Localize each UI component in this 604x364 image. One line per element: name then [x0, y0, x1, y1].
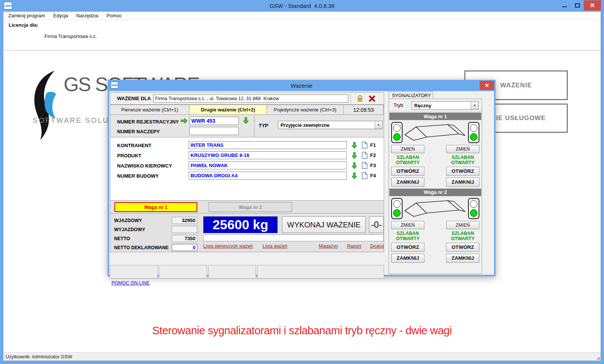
otworz-button-right[interactable]: OTWÓRZ [446, 167, 479, 176]
link-magazyn[interactable]: Magazyn [319, 244, 338, 249]
document-icon[interactable] [362, 142, 368, 149]
field-row-budowa: NUMER BUDOWY F4 [110, 172, 384, 180]
zamknij-button-right[interactable]: ZAMKNIJ [446, 178, 479, 187]
field-row-kontrahent: KONTRAHENT F1 [110, 141, 384, 149]
sygnalizatory-tab[interactable]: SYGNALIZATORY [389, 91, 433, 99]
red-light-off [470, 200, 477, 208]
otworz-button-left[interactable]: OTWÓRZ [391, 243, 424, 252]
green-down-arrow-icon[interactable] [351, 152, 357, 159]
netto-label: NETTO [114, 236, 130, 241]
pomoc-online-link[interactable]: POMOC ON-LINE [111, 280, 149, 286]
zmien-row: ZMIEŃ ZMIEŃ [389, 145, 482, 153]
barrier-status-left: SZLABAN OTWARTY [391, 155, 424, 166]
scale-tab-waga-2[interactable]: Waga nr 2 [209, 202, 292, 212]
green-down-arrow-icon[interactable] [243, 117, 249, 124]
produkt-input[interactable] [189, 151, 347, 159]
wykonaj-wazenie-button[interactable]: WYKONAJ WAŻENIE [282, 216, 366, 233]
field-row-produkt: PRODUKT F2 [110, 151, 384, 160]
zmien-button-right[interactable]: ZMIEŃ [446, 145, 479, 153]
zmien-row: ZMIEŃ ZMIEŃ [389, 221, 482, 229]
zamknij-button-left[interactable]: ZAMKNIJ [391, 254, 424, 263]
otworz-row: OTWÓRZ OTWÓRZ [389, 167, 482, 176]
green-light-on [393, 209, 401, 217]
weighing-tabs: Pierwsze ważenie (Ctrl+1) Drugie ważenie… [110, 105, 384, 115]
close-button[interactable]: ✕ [584, 0, 601, 11]
produkt-label: PRODUKT [117, 153, 141, 158]
sygnalizatory-box: Tryb Ręczny ▼ Waga nr 1 [389, 99, 482, 274]
document-icon[interactable] [362, 152, 368, 159]
barrier-status-row: SZLABAN OTWARTY SZLABAN OTWARTY [389, 229, 482, 243]
traffic-light-icon [391, 122, 403, 143]
zmien-button-left[interactable]: ZMIEŃ [391, 221, 424, 229]
kontrahent-label: KONTRAHENT [117, 143, 151, 148]
status-slot [208, 265, 256, 279]
document-icon[interactable] [362, 172, 368, 179]
green-down-arrow-icon[interactable] [351, 172, 357, 180]
red-light-off [393, 124, 401, 132]
zamknij-button-left[interactable]: ZAMKNIJ [391, 178, 424, 187]
document-icon[interactable] [362, 162, 368, 169]
chevron-down-icon[interactable]: ▼ [375, 121, 382, 129]
dialog-close-button[interactable]: ✕ [480, 81, 494, 90]
dialog-icon-text: GSW [111, 84, 117, 87]
zmien-button-right[interactable]: ZMIEŃ [446, 221, 479, 229]
fields-section: KONTRAHENT F1 PRODUKT F2 NAZWI [110, 137, 384, 201]
dialog-icon: GSW [111, 82, 118, 88]
clock-display: 12:09:53 [344, 105, 384, 115]
barrier-status-row: SZLABAN OTWARTY SZLABAN OTWARTY [389, 153, 482, 167]
reg-number-label: NUMER REJESTRACYJNY [117, 119, 179, 125]
green-down-arrow-icon[interactable] [351, 142, 357, 149]
wazenie-dla-label: WAŻENIE DLA [117, 96, 153, 101]
menu-zamknij-program[interactable]: Zamknij program [3, 12, 49, 20]
green-down-arrow-icon[interactable] [351, 162, 357, 169]
dialog-titlebar[interactable]: GSW Ważenie ✕ [108, 80, 496, 91]
red-light-off [393, 200, 401, 208]
otworz-button-right[interactable]: OTWÓRZ [446, 243, 479, 252]
clear-x-icon[interactable] [369, 95, 375, 102]
zmien-button-left[interactable]: ZMIEŃ [391, 145, 424, 153]
tab-drugie-wazenie[interactable]: Drugie ważenie (Ctrl+2) [189, 105, 267, 115]
window-title: GSW - Standard 4.0.8.38 [0, 3, 604, 9]
tryb-select[interactable]: Ręczny ▼ [412, 101, 479, 110]
zamknij-button-right[interactable]: ZAMKNIJ [446, 254, 479, 263]
link-drukuj[interactable]: Drukuj [370, 244, 384, 249]
menu-edycja[interactable]: Edycja [49, 12, 72, 20]
registration-section: NUMER REJESTRACYJNY NUMER NACZEPY TYP Pr… [110, 115, 384, 137]
signal-section-waga-2: Waga nr 2 [389, 189, 482, 263]
lock-icon[interactable] [357, 95, 363, 102]
traffic-light-icon [391, 198, 403, 219]
window-titlebar: GSW GSW - Standard 4.0.8.38 ✕ [0, 0, 604, 11]
traffic-light-icon [468, 122, 479, 143]
link-lista-wazen[interactable]: Lista ważeń [262, 244, 287, 249]
license-panel: Licencja dla: Firma Transportowa s.c. ul… [3, 20, 601, 50]
section-header: Waga nr 1 [389, 113, 481, 120]
section-header: Waga nr 2 [389, 189, 481, 196]
kierowca-input[interactable] [189, 161, 347, 169]
kontrahent-input[interactable] [189, 141, 347, 149]
menu-narzedzia[interactable]: Narzędzia [72, 12, 103, 20]
trailer-number-input[interactable] [189, 127, 239, 135]
wazenie-dla-input[interactable] [153, 94, 348, 103]
link-lista-pierwszych-wazen[interactable]: Lista pierwszych ważeń [203, 244, 253, 249]
green-light-on [393, 133, 401, 141]
reg-number-input[interactable] [189, 117, 239, 125]
otworz-button-left[interactable]: OTWÓRZ [391, 167, 424, 176]
sygnalizatory-panel: SYGNALIZATORY Tryb Ręczny ▼ Waga nr 1 [388, 91, 483, 275]
barrier-status-right: SZLABAN OTWARTY [446, 231, 479, 242]
chevron-down-icon[interactable]: ▼ [471, 102, 478, 109]
weights-section: WJAZDOWY 32950 WYJAZDOWY NETTO 7350 NETT… [110, 213, 384, 252]
resize-grip-icon[interactable] [595, 355, 600, 360]
link-raport[interactable]: Raport [347, 244, 361, 249]
netto-deklarowane-input[interactable]: 0 [172, 244, 197, 251]
menu-pomoc[interactable]: Pomoc [102, 12, 126, 20]
maximize-button[interactable] [571, 0, 584, 11]
zero-button[interactable]: -0- [369, 216, 384, 233]
typ-select[interactable]: Przyjęcie zewnętrzne ▼ [278, 121, 383, 129]
tab-pojedyncze-wazenie[interactable]: Pojedyncze ważenie (Ctrl+3) [267, 105, 344, 115]
minimize-button[interactable] [558, 0, 571, 11]
scale-tab-waga-1[interactable]: Waga nr 1 [114, 202, 197, 212]
budowa-input[interactable] [189, 172, 347, 180]
app-window: GSW GSW - Standard 4.0.8.38 ✕ Zamknij pr… [0, 0, 604, 364]
tab-pierwsze-wazenie[interactable]: Pierwsze ważenie (Ctrl+1) [110, 105, 189, 115]
barrier-status-left: SZLABAN OTWARTY [391, 231, 424, 242]
